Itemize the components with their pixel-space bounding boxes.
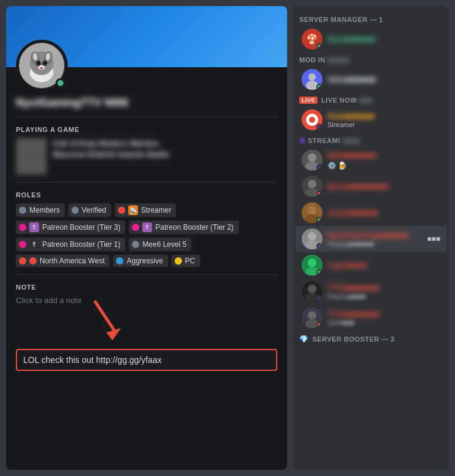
- member-name-ttv1: TTV■■■■■■■: [327, 283, 440, 293]
- member-info-ttv1: TTV■■■■■■■ Playing■■■■: [327, 283, 440, 300]
- profile-username: NyctGamingTTV NNN: [16, 97, 277, 109]
- member-ttv2[interactable]: TTV■■■■■■■ Verifi■■■: [296, 305, 446, 331]
- note-label: NOTE: [16, 284, 277, 291]
- svg-point-39: [308, 285, 316, 293]
- member-nyct[interactable]: NyctGaming■■■■■■ Playing■■■■■■ ■■■: [296, 226, 446, 252]
- role-label-pc: PC: [185, 257, 195, 265]
- category-label-streaming: STREAMI■■■■: [299, 137, 360, 144]
- member-name-bala: Bala■■■■■■: [327, 150, 440, 160]
- role-label-patreon1: Patreon Booster (Tier 1): [42, 240, 120, 249]
- category-label-mod-in: MOD IN ■■■■■: [299, 56, 349, 64]
- member-ttv1[interactable]: TTV■■■■■■■ Playing■■■■: [296, 279, 446, 304]
- profile-body: NyctGamingTTV NNN PLAYING A GAME Call of…: [6, 92, 287, 381]
- category-mod-in: MOD IN ■■■■■: [293, 53, 449, 66]
- svg-point-30: [308, 206, 316, 214]
- member-info-fran: fran■■■■■■ Streamer: [327, 111, 440, 128]
- member-avatar-ttv2: [302, 307, 322, 328]
- juss-status: [316, 217, 322, 223]
- role-dot-streamer: [118, 207, 125, 214]
- role-dot-patreon1: [19, 241, 26, 248]
- ttv1-status: [316, 296, 322, 302]
- role-label-na-west: North America West: [40, 257, 104, 265]
- role-na-west: North America West: [16, 255, 109, 267]
- game-thumbnail: [16, 138, 46, 175]
- member-supr[interactable]: supr■■■■: [296, 252, 446, 278]
- role-dot-na-west-2: [29, 257, 37, 265]
- member-name-nyct: NyctGaming■■■■■■: [327, 230, 420, 240]
- category-server-manager: SERVER MANAGER — 1: [293, 12, 449, 26]
- role-patreon2: 🎖 Patreon Booster (Tier 2): [129, 221, 238, 234]
- category-label-live-now: LIVE NOW ■■■: [321, 97, 372, 104]
- member-name-nari: Nari■■■■■■: [327, 34, 440, 44]
- role-patreon3: 🎖 Patreon Booster (Tier 3): [16, 221, 125, 234]
- role-label-patreon2: Patreon Booster (Tier 2): [155, 223, 233, 232]
- member-name-ttv2: TTV■■■■■■■: [327, 309, 440, 319]
- role-aggressive: Aggressive: [113, 255, 167, 267]
- roles-grid: Members Verified 📡 Streamer 🎖 P: [16, 203, 277, 267]
- svg-point-9: [38, 62, 40, 64]
- divider-2: [16, 182, 277, 183]
- member-fran[interactable]: fran■■■■■■ Streamer: [296, 107, 446, 133]
- note-input-wrapper: [16, 349, 277, 371]
- role-patreon1: 🎖 Patreon Booster (Tier 1): [16, 238, 125, 251]
- member-avatar-nari: 🍄: [302, 29, 322, 49]
- roles-section: ROLES Members Verified 📡 Streamer: [16, 191, 277, 267]
- playing-label: PLAYING A GAME: [16, 126, 277, 133]
- role-dot-members: [19, 207, 26, 214]
- member-info-supr: supr■■■■: [327, 260, 440, 270]
- member-juss[interactable]: Juss■■■■■■: [296, 200, 446, 225]
- member-bala[interactable]: Bala■■■■■■ ⚙️ 🍺: [296, 147, 446, 173]
- category-streaming: STREAMI■■■■: [293, 133, 449, 147]
- member-info-bala: Bala■■■■■■ ⚙️ 🍺: [327, 150, 440, 170]
- role-dot-aggressive: [116, 257, 123, 265]
- svg-point-36: [308, 258, 316, 267]
- member-name-supr: supr■■■■: [327, 260, 440, 270]
- member-sub-fran: Streamer: [327, 121, 440, 128]
- member-avatar-fran: [302, 109, 322, 130]
- arrow-down-icon: [89, 299, 126, 342]
- svg-point-12: [40, 67, 43, 70]
- member-name-fran: fran■■■■■■: [327, 111, 440, 121]
- role-icon-streamer: 📡: [128, 205, 138, 215]
- svg-point-42: [308, 311, 316, 320]
- member-name-juss: Juss■■■■■■: [327, 208, 440, 218]
- role-streamer: 📡 Streamer: [115, 203, 176, 217]
- live-badge: LIVE: [299, 97, 318, 104]
- role-icon-patreon3: 🎖: [29, 222, 39, 232]
- burn-status: [316, 191, 322, 197]
- member-voic[interactable]: Voic■■■■■■: [296, 67, 446, 92]
- member-avatar-ttv1: [302, 281, 322, 302]
- member-info-ttv2: TTV■■■■■■■ Verifi■■■: [327, 309, 440, 326]
- member-burn[interactable]: Burn■■■■■■■■: [296, 174, 446, 199]
- divider-3: [16, 274, 277, 275]
- member-info-juss: Juss■■■■■■: [327, 208, 440, 218]
- member-info-voic: Voic■■■■■■: [327, 75, 440, 84]
- role-mee6: Mee6 Level 5: [129, 238, 191, 251]
- svg-point-10: [44, 62, 46, 64]
- role-pc: PC: [172, 255, 200, 267]
- game-title: Call of Duty Modern WarfareWarzone Rebir…: [53, 138, 169, 160]
- category-label-server-booster: SERVER BOOSTER — 3: [313, 335, 395, 343]
- nyct-status: [316, 243, 322, 249]
- member-nari[interactable]: 🍄 Nari■■■■■■: [296, 26, 446, 52]
- role-label-aggressive: Aggressive: [126, 257, 162, 265]
- note-placeholder[interactable]: Click to add a note: [16, 296, 277, 305]
- note-input[interactable]: [16, 349, 277, 371]
- avatar-online-status: [56, 78, 65, 88]
- game-playing: Call of Duty Modern WarfareWarzone Rebir…: [16, 138, 277, 175]
- member-info-nari: Nari■■■■■■: [327, 34, 440, 44]
- role-dot-patreon3: [19, 224, 26, 231]
- svg-line-13: [95, 302, 114, 329]
- member-info-nyct: NyctGaming■■■■■■ Playing■■■■■■: [327, 230, 420, 247]
- member-sub-ttv1: Playing■■■■: [327, 293, 440, 300]
- divider-1: [16, 117, 277, 117]
- roles-label: ROLES: [16, 191, 277, 199]
- role-label-verified: Verified: [82, 206, 106, 214]
- member-avatar-nyct: [302, 229, 322, 249]
- svg-point-24: [308, 153, 316, 162]
- bala-icons: ⚙️ 🍺: [327, 161, 440, 170]
- member-name-burn: Burn■■■■■■■■: [327, 181, 440, 191]
- member-sub-nyct: Playing■■■■■■: [327, 240, 420, 247]
- svg-point-22: [309, 117, 315, 123]
- boost-icon: 💎: [299, 335, 309, 343]
